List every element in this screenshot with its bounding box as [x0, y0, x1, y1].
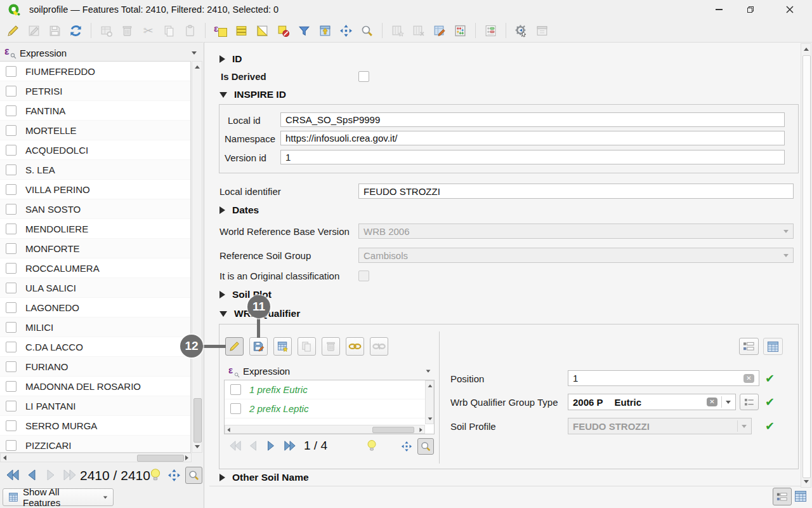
checkbox[interactable] — [230, 403, 241, 414]
scroll-left-icon[interactable] — [227, 428, 230, 432]
minimize-icon[interactable] — [704, 0, 733, 19]
filter-features-icon[interactable] — [296, 23, 312, 39]
list-item[interactable]: S. LEA — [0, 160, 190, 180]
scroll-down-icon[interactable] — [428, 417, 433, 420]
scroll-up-icon[interactable] — [195, 65, 200, 69]
delete-selected-icon[interactable] — [119, 23, 135, 39]
checkbox[interactable] — [6, 164, 16, 175]
show-all-features-button[interactable]: Show All Features — [3, 488, 114, 506]
reload-icon[interactable] — [68, 23, 84, 39]
wrb-link-child-button[interactable] — [346, 337, 364, 356]
feature-list[interactable]: FIUMEFREDDO PETRISI FANTINA MORTELLE ACQ… — [0, 61, 191, 453]
feature-list-vscrollbar[interactable] — [192, 61, 202, 453]
add-feature-icon[interactable] — [98, 23, 114, 39]
checkbox[interactable] — [6, 420, 16, 431]
section-id[interactable]: ID — [219, 53, 242, 65]
list-item[interactable]: MILICI — [0, 318, 190, 337]
deselect-all-icon[interactable] — [275, 23, 291, 39]
section-dates[interactable]: Dates — [219, 204, 259, 216]
version-id-input[interactable]: 1 — [280, 150, 785, 164]
scroll-up-icon[interactable] — [804, 48, 809, 51]
namespace-input[interactable]: https://infosuoli.crea.gov.it/ — [280, 131, 785, 145]
checkbox[interactable] — [6, 105, 16, 116]
wrb-pan-icon[interactable] — [401, 441, 412, 452]
list-item[interactable]: LAGONEDO — [0, 298, 190, 318]
checkbox[interactable] — [6, 361, 16, 372]
scroll-up-icon[interactable] — [428, 384, 433, 387]
zoom-to-feature-button[interactable] — [185, 467, 202, 484]
checkbox[interactable] — [6, 184, 16, 195]
new-field-icon[interactable] — [390, 23, 405, 39]
nav-first-feature-icon[interactable] — [5, 468, 20, 482]
wrb-nav-last-icon[interactable] — [283, 439, 297, 452]
chevron-down-icon[interactable] — [726, 401, 731, 404]
nav-last-feature-icon[interactable] — [62, 468, 77, 482]
list-item[interactable]: PIZZICARI — [0, 436, 190, 453]
conditional-formatting-icon[interactable] — [483, 23, 499, 39]
original-classification-checkbox[interactable] — [358, 271, 369, 281]
checkbox[interactable] — [6, 381, 16, 392]
list-item[interactable]: ULA SALICI — [0, 278, 190, 298]
list-item[interactable]: C.DA LACCO — [0, 337, 190, 357]
list-item[interactable]: SAN SOSTO — [0, 199, 190, 219]
zoom-to-selection-icon[interactable] — [359, 23, 375, 39]
list-item[interactable]: MORTELLE — [0, 121, 190, 140]
scroll-thumb[interactable] — [193, 398, 202, 443]
clear-icon[interactable]: ✕ — [707, 398, 717, 406]
multiedit-icon[interactable] — [26, 23, 42, 39]
checkbox[interactable] — [6, 145, 16, 156]
cut-icon[interactable]: ✂ — [140, 23, 156, 39]
local-identifier-input[interactable]: FEUDO STROZZI — [358, 184, 794, 199]
invert-selection-icon[interactable] — [254, 23, 270, 39]
close-icon[interactable] — [775, 0, 804, 19]
checkbox[interactable] — [6, 86, 16, 97]
list-item[interactable]: 1 prefix Eutric — [225, 380, 434, 399]
wrb-list-hscrollbar[interactable] — [225, 425, 425, 434]
field-calculator-icon[interactable] — [452, 23, 468, 39]
pan-to-selection-icon[interactable] — [338, 23, 354, 39]
wrb-form-view-button[interactable] — [739, 338, 759, 355]
checkbox[interactable] — [6, 342, 16, 352]
dock-attribute-table-icon[interactable] — [534, 23, 550, 39]
scroll-right-icon[interactable] — [419, 428, 422, 432]
list-item[interactable]: 2 prefix Leptic — [225, 399, 434, 418]
scroll-left-icon[interactable] — [3, 455, 6, 460]
wrb-toggle-editing-button[interactable] — [225, 337, 244, 356]
delete-field-icon[interactable] — [410, 23, 426, 39]
wrb-version-select[interactable]: WRB 2006 — [358, 224, 794, 239]
paste-icon[interactable] — [182, 23, 198, 39]
edit-field-icon[interactable] — [431, 23, 447, 39]
checkbox[interactable] — [6, 125, 16, 136]
list-item[interactable]: VILLA PERINO — [0, 180, 190, 199]
checkbox[interactable] — [6, 243, 16, 254]
nav-prev-feature-icon[interactable] — [25, 468, 38, 482]
feature-list-hscrollbar[interactable] — [0, 453, 192, 462]
soil-profile-select[interactable]: FEUDO STROZZI — [568, 418, 752, 434]
wrb-delete-child-button[interactable] — [322, 337, 340, 356]
list-item[interactable]: ACQUEDOLCI — [0, 140, 190, 160]
group-type-combobox[interactable]: 2006 P Eutric ✕ — [568, 394, 736, 410]
copy-icon[interactable] — [161, 23, 177, 39]
highlight-feature-icon[interactable] — [148, 467, 162, 483]
checkbox[interactable] — [6, 224, 16, 234]
checkbox[interactable] — [6, 302, 16, 313]
ref-soil-group-select[interactable]: Cambisols — [358, 248, 794, 263]
list-item[interactable]: SERRO MURGA — [0, 416, 190, 436]
section-other-soil-name[interactable]: Other Soil Name — [219, 472, 309, 483]
list-item[interactable]: MADONNA DEL ROSARIO — [0, 377, 190, 396]
wrb-table-view-button[interactable] — [763, 338, 783, 355]
wrb-list-vscrollbar[interactable] — [425, 380, 434, 424]
column-preview-combobox[interactable]: ε Expression — [0, 44, 203, 61]
scroll-thumb[interactable] — [372, 427, 414, 433]
move-selection-top-icon[interactable] — [317, 23, 333, 39]
wrb-column-preview-combobox[interactable]: ε Expression — [224, 363, 436, 379]
restore-icon[interactable] — [736, 0, 765, 19]
checkbox[interactable] — [6, 440, 16, 451]
select-all-icon[interactable] — [233, 23, 249, 39]
form-vscrollbar[interactable] — [801, 43, 811, 488]
position-input[interactable]: 1 ✕ — [568, 370, 759, 386]
list-item[interactable]: ROCCALUMERA — [0, 258, 190, 278]
list-item[interactable]: PETRISI — [0, 81, 190, 101]
list-item[interactable]: FANTINA — [0, 101, 190, 121]
list-item[interactable]: FIUMEFREDDO — [0, 62, 190, 81]
